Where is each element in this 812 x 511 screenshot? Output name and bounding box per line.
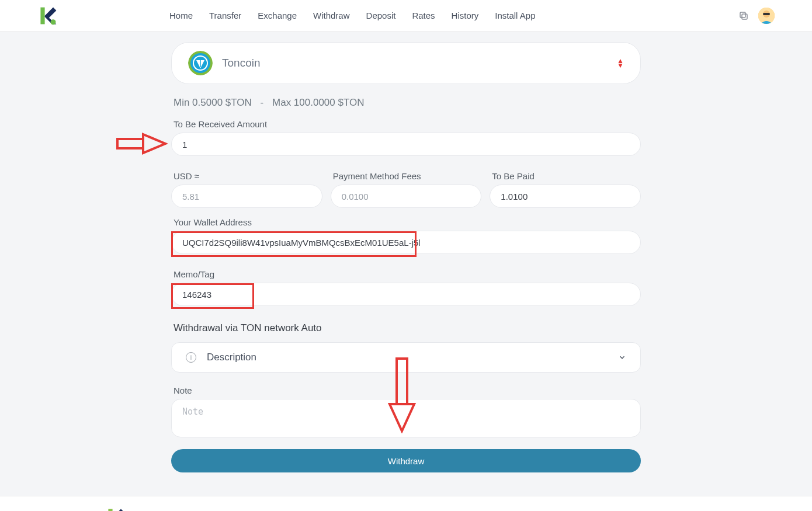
fees-label: Payment Method Fees <box>333 171 482 181</box>
note-label: Note <box>173 385 641 395</box>
coin-selector[interactable]: Toncoin ▲▼ <box>171 42 641 84</box>
main-nav: Home Transfer Exchange Withdraw Deposit … <box>169 11 535 20</box>
svg-rect-6 <box>117 139 143 148</box>
nav-exchange[interactable]: Exchange <box>258 11 297 20</box>
copy-icon[interactable] <box>738 11 749 21</box>
paid-label: To Be Paid <box>492 171 641 181</box>
svg-rect-5 <box>763 13 770 15</box>
wallet-address-input[interactable] <box>171 231 641 254</box>
memo-label: Memo/Tag <box>173 269 641 279</box>
nav-rates[interactable]: Rates <box>412 11 435 20</box>
withdraw-button[interactable]: Withdraw <box>171 449 641 472</box>
nav-install-app[interactable]: Install App <box>495 11 535 20</box>
footer: Home Wallets Transfer Exchange Withdraw … <box>0 496 812 511</box>
top-header: Home Transfer Exchange Withdraw Deposit … <box>0 0 812 32</box>
limits-text: Min 0.5000 $TON - Max 100.0000 $TON <box>173 97 641 109</box>
nav-home[interactable]: Home <box>169 11 193 20</box>
svg-rect-2 <box>740 12 745 18</box>
annotation-arrow-icon <box>116 131 168 157</box>
note-textarea[interactable] <box>171 399 641 437</box>
chevron-down-icon <box>618 353 626 361</box>
nav-history[interactable]: History <box>452 11 479 20</box>
info-icon: i <box>186 352 196 363</box>
limits-separator: - <box>261 97 264 108</box>
usd-label: USD ≈ <box>173 171 322 181</box>
coin-name-label: Toncoin <box>222 57 261 69</box>
received-amount-input[interactable] <box>171 133 641 156</box>
nav-transfer[interactable]: Transfer <box>209 11 241 20</box>
network-info: Withdrawal via TON network Auto <box>173 322 641 334</box>
svg-point-0 <box>51 19 56 25</box>
nav-withdraw[interactable]: Withdraw <box>313 11 350 20</box>
paid-value-input[interactable] <box>490 185 641 208</box>
withdraw-form: Toncoin ▲▼ Min 0.5000 $TON - Max 100.000… <box>171 42 641 472</box>
toncoin-icon <box>188 51 213 75</box>
received-amount-label: To Be Received Amount <box>173 119 641 129</box>
description-label: Description <box>207 352 256 363</box>
nav-deposit[interactable]: Deposit <box>366 11 396 20</box>
svg-rect-1 <box>742 14 747 19</box>
max-limit: Max 100.0000 $TON <box>272 97 365 108</box>
wallet-label: Your Wallet Address <box>173 217 641 227</box>
description-accordion[interactable]: i Description <box>171 342 641 373</box>
usd-value-input <box>171 185 322 208</box>
site-logo <box>37 5 58 26</box>
footer-logo <box>105 507 126 511</box>
memo-input[interactable] <box>171 283 641 306</box>
user-avatar[interactable] <box>758 8 775 24</box>
sort-arrows-icon: ▲▼ <box>617 58 624 68</box>
min-limit: Min 0.5000 $TON <box>173 97 252 108</box>
fees-value-input <box>331 185 482 208</box>
